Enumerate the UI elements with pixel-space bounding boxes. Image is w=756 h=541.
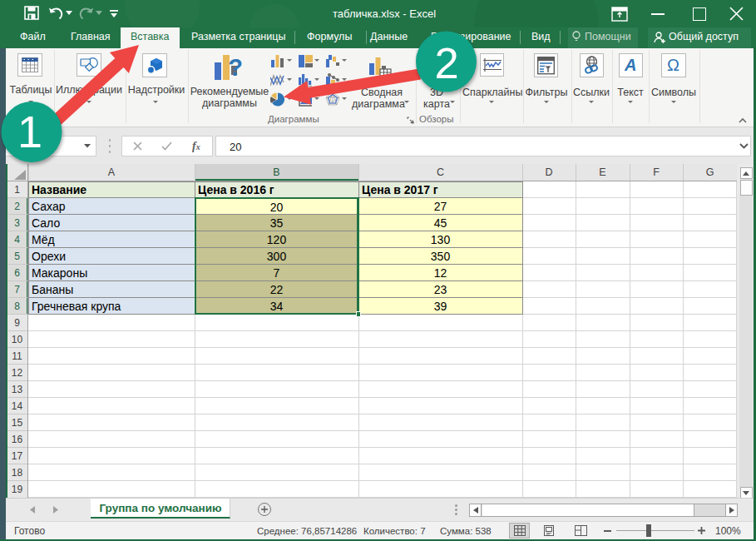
svg-text:1: 1 <box>17 107 42 156</box>
svg-text:2: 2 <box>434 38 458 87</box>
